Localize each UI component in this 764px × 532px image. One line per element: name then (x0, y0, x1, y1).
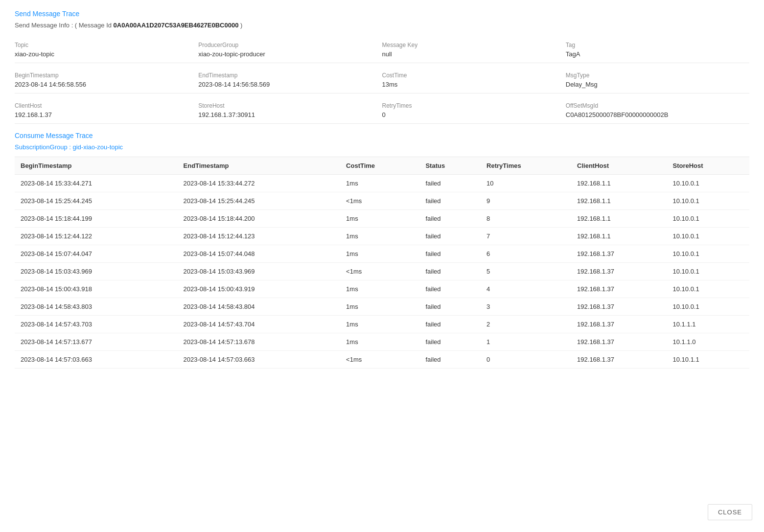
table-cell-1: 2023-08-14 15:07:44.048 (178, 245, 341, 263)
table-cell-0: 2023-08-14 15:18:44.199 (15, 210, 178, 228)
consume-trace-table: BeginTimestamp EndTimestamp CostTime Sta… (15, 157, 749, 369)
field-msg-type: MsgType Delay_Msg (566, 67, 749, 93)
table-cell-6: 10.10.0.1 (667, 280, 749, 298)
table-cell-5: 192.168.1.1 (571, 210, 667, 228)
end-timestamp-label: EndTimestamp (198, 72, 374, 79)
consume-message-trace-title[interactable]: Consume Message Trace (15, 132, 749, 139)
col-client-host: ClientHost (571, 157, 667, 175)
fields-row-2: BeginTimestamp 2023-08-14 14:56:58.556 E… (15, 67, 749, 93)
table-cell-1: 2023-08-14 14:57:43.704 (178, 316, 341, 333)
table-cell-0: 2023-08-14 15:12:44.122 (15, 228, 178, 245)
table-cell-3: failed (419, 333, 481, 351)
table-cell-2: 1ms (340, 298, 419, 316)
table-cell-6: 10.1.1.0 (667, 333, 749, 351)
table-row: 2023-08-14 14:57:13.6772023-08-14 14:57:… (15, 333, 749, 351)
offset-msg-id-label: OffSetMsgId (566, 102, 741, 109)
table-row: 2023-08-14 14:57:03.6632023-08-14 14:57:… (15, 351, 749, 369)
table-cell-6: 10.10.1.1 (667, 351, 749, 369)
field-topic: Topic xiao-zou-topic (15, 37, 198, 63)
table-cell-1: 2023-08-14 15:03:43.969 (178, 263, 341, 280)
col-store-host: StoreHost (667, 157, 749, 175)
table-cell-2: 1ms (340, 210, 419, 228)
table-cell-4: 4 (481, 280, 571, 298)
table-cell-6: 10.10.0.1 (667, 298, 749, 316)
table-cell-5: 192.168.1.37 (571, 316, 667, 333)
table-cell-4: 7 (481, 228, 571, 245)
fields-row-3: ClientHost 192.168.1.37 StoreHost 192.16… (15, 97, 749, 124)
table-row: 2023-08-14 15:25:44.2452023-08-14 15:25:… (15, 192, 749, 210)
message-key-label: Message Key (382, 42, 558, 48)
table-cell-4: 0 (481, 351, 571, 369)
field-end-timestamp: EndTimestamp 2023-08-14 14:56:58.569 (198, 67, 382, 93)
table-cell-4: 2 (481, 316, 571, 333)
table-cell-4: 8 (481, 210, 571, 228)
begin-timestamp-value: 2023-08-14 14:56:58.556 (15, 81, 190, 88)
consume-message-trace-section: Consume Message Trace SubscriptionGroup … (15, 132, 749, 369)
field-message-key: Message Key null (382, 37, 566, 63)
table-cell-3: failed (419, 228, 481, 245)
table-cell-2: 1ms (340, 245, 419, 263)
cost-time-label: CostTime (382, 72, 558, 79)
table-cell-0: 2023-08-14 14:58:43.803 (15, 298, 178, 316)
field-producer-group: ProducerGroup xiao-zou-topic-producer (198, 37, 382, 63)
table-cell-1: 2023-08-14 14:57:03.663 (178, 351, 341, 369)
table-cell-5: 192.168.1.37 (571, 351, 667, 369)
begin-timestamp-label: BeginTimestamp (15, 72, 190, 79)
table-row: 2023-08-14 14:58:43.8032023-08-14 14:58:… (15, 298, 749, 316)
col-status: Status (419, 157, 481, 175)
table-cell-6: 10.10.0.1 (667, 175, 749, 192)
field-store-host: StoreHost 192.168.1.37:30911 (198, 97, 382, 124)
send-message-trace-title[interactable]: Send Message Trace (15, 10, 749, 18)
retry-times-value: 0 (382, 111, 558, 118)
tag-value: TagA (566, 50, 741, 58)
table-cell-3: failed (419, 316, 481, 333)
table-cell-6: 10.10.0.1 (667, 210, 749, 228)
table-cell-2: 1ms (340, 228, 419, 245)
tag-label: Tag (566, 42, 741, 48)
offset-msg-id-value: C0A80125000078BF00000000002B (566, 111, 741, 118)
col-cost-time: CostTime (340, 157, 419, 175)
table-cell-3: failed (419, 192, 481, 210)
table-cell-2: <1ms (340, 351, 419, 369)
table-row: 2023-08-14 15:18:44.1992023-08-14 15:18:… (15, 210, 749, 228)
table-cell-6: 10.10.0.1 (667, 263, 749, 280)
field-retry-times: RetryTimes 0 (382, 97, 566, 124)
producer-group-value: xiao-zou-topic-producer (198, 50, 374, 58)
topic-label: Topic (15, 42, 190, 48)
store-host-value: 192.168.1.37:30911 (198, 111, 374, 118)
table-cell-4: 3 (481, 298, 571, 316)
table-cell-5: 192.168.1.37 (571, 263, 667, 280)
table-cell-3: failed (419, 298, 481, 316)
table-cell-0: 2023-08-14 15:00:43.918 (15, 280, 178, 298)
field-begin-timestamp: BeginTimestamp 2023-08-14 14:56:58.556 (15, 67, 198, 93)
cost-time-value: 13ms (382, 81, 558, 88)
subscription-group-title: SubscriptionGroup : gid-xiao-zou-topic (15, 143, 749, 151)
msg-type-value: Delay_Msg (566, 81, 741, 88)
table-cell-0: 2023-08-14 15:25:44.245 (15, 192, 178, 210)
send-message-trace-section: Send Message Trace Send Message Info : (… (15, 10, 749, 124)
field-tag: Tag TagA (566, 37, 749, 63)
table-cell-3: failed (419, 175, 481, 192)
table-header-row: BeginTimestamp EndTimestamp CostTime Sta… (15, 157, 749, 175)
table-cell-2: 1ms (340, 175, 419, 192)
table-cell-6: 10.10.0.1 (667, 245, 749, 263)
table-cell-6: 10.10.0.1 (667, 192, 749, 210)
table-cell-0: 2023-08-14 14:57:13.677 (15, 333, 178, 351)
table-cell-1: 2023-08-14 15:25:44.245 (178, 192, 341, 210)
table-cell-5: 192.168.1.1 (571, 175, 667, 192)
table-cell-2: <1ms (340, 263, 419, 280)
producer-group-label: ProducerGroup (198, 42, 374, 48)
table-row: 2023-08-14 15:00:43.9182023-08-14 15:00:… (15, 280, 749, 298)
table-cell-1: 2023-08-14 15:12:44.123 (178, 228, 341, 245)
table-cell-5: 192.168.1.1 (571, 192, 667, 210)
table-cell-4: 5 (481, 263, 571, 280)
client-host-label: ClientHost (15, 102, 190, 109)
table-cell-6: 10.1.1.1 (667, 316, 749, 333)
table-cell-3: failed (419, 245, 481, 263)
retry-times-label: RetryTimes (382, 102, 558, 109)
client-host-value: 192.168.1.37 (15, 111, 190, 118)
table-cell-4: 10 (481, 175, 571, 192)
table-cell-5: 192.168.1.37 (571, 280, 667, 298)
table-row: 2023-08-14 15:12:44.1222023-08-14 15:12:… (15, 228, 749, 245)
table-cell-3: failed (419, 263, 481, 280)
